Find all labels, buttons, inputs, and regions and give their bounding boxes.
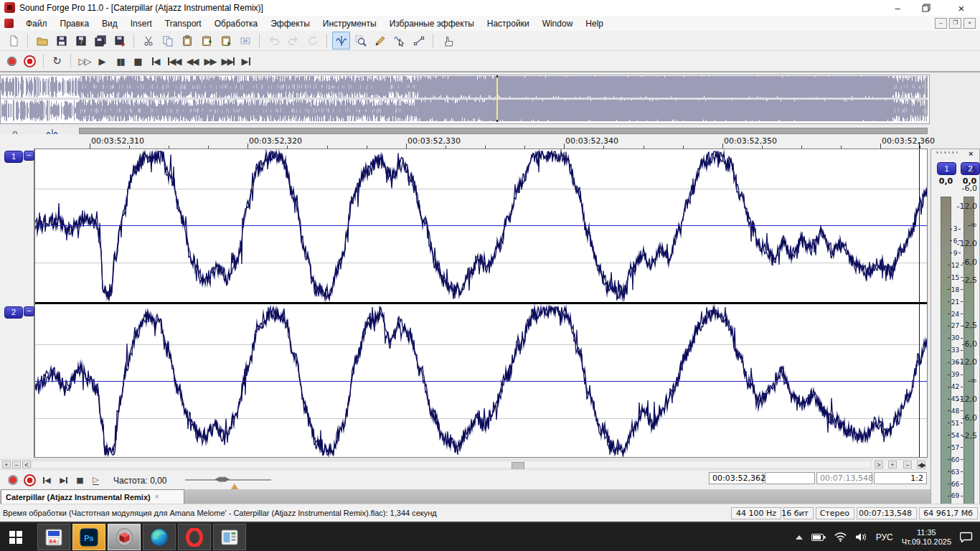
magnify-tool-button[interactable] <box>352 32 369 50</box>
playbar-stop-button[interactable]: ■ <box>73 474 87 486</box>
mdi-restore-button[interactable]: ❐ <box>949 18 961 29</box>
menu-вид[interactable]: Вид <box>95 17 124 30</box>
copy-button[interactable] <box>159 32 176 50</box>
render-as-button[interactable] <box>110 32 128 50</box>
taskbar-sound-forge[interactable] <box>108 524 141 550</box>
trim-crop-button[interactable] <box>236 32 254 50</box>
paste-to-new-button[interactable] <box>217 32 235 50</box>
zoom-out-time-button[interactable]: – <box>12 461 21 468</box>
selection-field[interactable] <box>765 472 815 484</box>
time-ruler[interactable]: 00:03:52,31000:03:52,32000:03:52,33000:0… <box>0 134 928 149</box>
channel-2-button[interactable]: 2 <box>4 306 23 319</box>
menu-insert[interactable]: Insert <box>124 17 159 30</box>
meter-grip-handle[interactable] <box>936 151 958 156</box>
save-all-icon <box>95 35 106 47</box>
redo-button[interactable] <box>284 32 302 50</box>
save-button[interactable] <box>52 32 70 50</box>
record-special-button[interactable] <box>21 52 39 70</box>
menu-transport[interactable]: Transport <box>159 17 208 30</box>
rewind-button[interactable]: ◀◀ <box>183 52 201 70</box>
tray-expand-icon[interactable] <box>796 535 803 540</box>
meter-close-icon[interactable]: × <box>969 149 973 158</box>
waveform-display[interactable] <box>34 149 928 458</box>
menu-файл[interactable]: Файл <box>19 17 54 30</box>
taskbar-notes[interactable] <box>213 524 246 550</box>
forward-button[interactable]: ▶▶ <box>201 52 219 70</box>
zoom-ratio-field[interactable]: 1:2 <box>874 472 927 484</box>
save-all-button[interactable] <box>91 32 109 50</box>
mdi-minimize-button[interactable]: – <box>935 18 947 29</box>
menu-обработка[interactable]: Обработка <box>208 17 265 30</box>
taskbar-total-commander[interactable]: 64: <box>37 524 70 550</box>
play-button[interactable]: ▶ <box>93 52 111 70</box>
horizontal-scrollbar[interactable] <box>32 461 872 468</box>
mdi-close-button[interactable]: × <box>963 18 976 29</box>
meter-channel-1-button[interactable]: 1 <box>937 162 956 175</box>
menu-инструменты[interactable]: Инструменты <box>316 17 383 30</box>
stop-button[interactable]: ■ <box>129 52 147 70</box>
undo-button[interactable] <box>265 32 283 50</box>
channel-1-button[interactable]: 1 <box>4 151 23 163</box>
speaker-icon[interactable] <box>855 532 867 542</box>
pencil-tool-button[interactable] <box>371 32 389 50</box>
battery-icon[interactable] <box>811 533 826 542</box>
menu-правка[interactable]: Правка <box>54 17 96 30</box>
whats-this-help-button[interactable] <box>438 32 456 50</box>
edit-tool-button[interactable] <box>332 32 350 50</box>
taskbar-edge[interactable] <box>143 524 176 550</box>
forward-to-marker-button[interactable]: ▶▶ <box>219 52 237 70</box>
language-indicator[interactable]: РУС <box>876 532 893 542</box>
zoom-in-time-button[interactable]: + <box>2 461 11 468</box>
menu-эффекты[interactable]: Эффекты <box>264 17 316 30</box>
channel-1-minimize-button[interactable]: – <box>24 151 34 161</box>
cursor-position-field[interactable]: 00:03:52,362 <box>709 472 763 484</box>
menu-настройки[interactable]: Настройки <box>481 17 536 30</box>
envelope-tool-button[interactable] <box>410 32 428 50</box>
notification-center-icon[interactable] <box>960 532 973 542</box>
playbar-play-normal-button[interactable]: ▷ <box>89 474 103 486</box>
cut-button[interactable] <box>139 32 157 50</box>
go-to-end-button[interactable]: ▶ <box>237 52 255 70</box>
zoom-fit-button[interactable]: ◀▶ <box>917 461 925 468</box>
pause-button[interactable]: ▮▮ <box>111 52 129 70</box>
minimize-button[interactable]: – <box>885 0 910 16</box>
zoom-in-button[interactable]: + <box>888 461 897 468</box>
new-file-icon <box>8 35 19 47</box>
new-file-button[interactable] <box>4 32 22 50</box>
menu-избранные-эффекты[interactable]: Избранные эффекты <box>383 17 481 30</box>
tab-close-icon[interactable]: × <box>155 493 159 501</box>
event-tool-button[interactable] <box>390 32 408 50</box>
taskbar-opera[interactable] <box>178 524 211 550</box>
paste-special-button[interactable] <box>197 32 215 50</box>
tab-caterpillar[interactable]: Caterpillar (Atjazz Instrumental Remix) … <box>1 489 184 504</box>
go-to-start-button[interactable]: ◀ <box>147 52 165 70</box>
overview-waveform[interactable] <box>1 75 928 122</box>
rewind-to-marker-button[interactable]: ◀◀ <box>165 52 183 70</box>
menu-window[interactable]: Window <box>536 17 580 30</box>
position-band[interactable] <box>79 128 928 134</box>
repeat-button[interactable] <box>303 32 321 50</box>
save-as-button[interactable]: ? <box>72 32 90 50</box>
zoom-out-button[interactable]: – <box>903 461 912 468</box>
open-file-button[interactable] <box>33 32 51 50</box>
loop-playback-button[interactable]: ↻ <box>48 52 66 70</box>
frequency-slider-handle[interactable]: ◀◆▶ <box>215 474 228 484</box>
taskbar-photoshop[interactable]: Ps <box>72 524 105 550</box>
menu-help[interactable]: Help <box>579 17 610 30</box>
record-button[interactable] <box>3 52 21 70</box>
close-button[interactable]: × <box>946 0 977 16</box>
clock[interactable]: 11:35 Чт.09.10.2025 <box>902 528 951 547</box>
playbar-go-to-end-button[interactable]: ▶ <box>57 474 70 486</box>
playbar-go-to-start-button[interactable]: ◀ <box>40 474 54 486</box>
scroll-right-button[interactable]: > <box>875 461 883 468</box>
wifi-icon[interactable] <box>834 532 847 542</box>
play-all-button[interactable]: ▷▷ <box>75 52 93 70</box>
playbar-record-button[interactable] <box>6 474 19 486</box>
total-length-field[interactable]: 00:07:13,548 <box>816 472 872 484</box>
channel-2-minimize-button[interactable]: – <box>24 306 34 316</box>
playbar-record-remote-button[interactable] <box>23 474 37 486</box>
start-button[interactable] <box>0 523 32 551</box>
paste-button[interactable] <box>178 32 196 50</box>
restore-button[interactable] <box>914 0 938 16</box>
scroll-left-button[interactable]: < <box>22 461 31 468</box>
